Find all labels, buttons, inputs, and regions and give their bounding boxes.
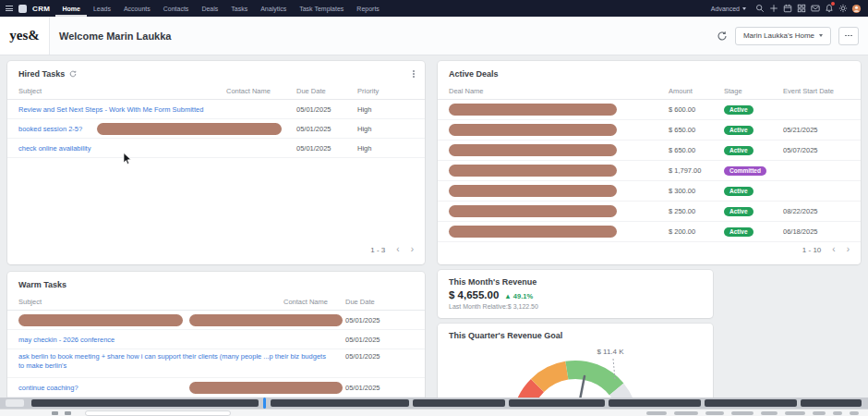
column-contact-name: Contact Name xyxy=(226,87,296,95)
task-subject-link[interactable]: ask berlin to book meeting + share how i… xyxy=(18,352,337,371)
table-row[interactable]: may checkin - 2026 conference 05/01/2025 xyxy=(7,330,425,349)
nav-item-deals[interactable]: Deals xyxy=(195,0,224,17)
timeline-thumbnail[interactable] xyxy=(801,399,862,407)
user-avatar[interactable] xyxy=(850,0,862,17)
toolbar-icon[interactable] xyxy=(65,411,71,415)
table-row[interactable]: $ 200.00 Active 06/18/2025 xyxy=(438,222,861,242)
add-icon[interactable] xyxy=(767,0,779,17)
table-row[interactable]: continue coaching? 05/01/2025 xyxy=(7,378,425,398)
card-title: This Quarter's Revenue Goal xyxy=(449,331,702,340)
due-date-cell: 05/01/2025 xyxy=(296,144,357,153)
nav-item-analytics[interactable]: Analytics xyxy=(254,0,293,17)
toolbar-item[interactable] xyxy=(761,411,778,415)
due-date-cell: 05/01/2025 xyxy=(345,336,414,344)
toolbar-item[interactable] xyxy=(785,411,805,415)
table-row[interactable]: 05/01/2025 xyxy=(7,311,425,330)
table-row[interactable]: $ 300.00 Active xyxy=(438,181,861,202)
redaction-blob xyxy=(449,185,617,197)
crm-logo-icon[interactable] xyxy=(18,5,27,13)
column-deal-name: Deal Name xyxy=(449,87,669,95)
column-due-date: Due Date xyxy=(296,87,357,95)
table-row[interactable]: $ 600.00 Active xyxy=(438,100,861,120)
table-row[interactable]: $ 1,797.00 Committed xyxy=(438,161,861,181)
toolbar-item[interactable] xyxy=(674,411,698,415)
playhead-handle[interactable] xyxy=(263,398,266,409)
kebab-menu-icon[interactable] xyxy=(413,70,415,78)
nav-item-home[interactable]: Home xyxy=(55,0,86,17)
page-header: yes& Welcome Marin Laukka Marin Laukka's… xyxy=(0,17,868,55)
timeline-thumbnail[interactable] xyxy=(31,399,259,407)
toolbar-item[interactable] xyxy=(850,411,859,415)
table-row[interactable]: $ 650.00 Active 05/07/2025 xyxy=(438,141,861,161)
task-subject-link[interactable]: check online availability xyxy=(18,144,98,153)
dashboard-selector[interactable]: Marin Laukka's Home xyxy=(735,27,831,45)
nav-item-tasks[interactable]: Tasks xyxy=(224,0,254,17)
chevron-left-icon[interactable]: ‹ xyxy=(396,245,399,254)
task-subject-link[interactable]: Review and Set Next Steps - Work With Me… xyxy=(18,105,211,114)
calendar-icon[interactable] xyxy=(781,0,793,17)
table-row[interactable]: booked session 2-5? 05/01/2025 High xyxy=(7,119,425,139)
nav-item-accounts[interactable]: Accounts xyxy=(117,0,157,17)
priority-cell: High xyxy=(357,105,414,114)
task-subject-link[interactable]: booked session 2-5? xyxy=(18,125,90,133)
amount-cell: $ 600.00 xyxy=(669,105,724,114)
column-priority: Priority xyxy=(357,87,414,95)
nav-item-reports[interactable]: Reports xyxy=(350,0,386,17)
timeline-thumbnail[interactable] xyxy=(271,399,409,407)
column-stage: Stage xyxy=(724,87,783,95)
advanced-dropdown[interactable]: Advanced xyxy=(711,6,746,12)
table-row[interactable]: $ 250.00 Active 08/22/2025 xyxy=(438,202,861,222)
settings-icon[interactable] xyxy=(837,0,849,17)
column-subject: Subject xyxy=(18,298,283,306)
timeline-thumbnail[interactable] xyxy=(509,399,605,407)
chevron-down-icon xyxy=(742,7,746,10)
timeline-thumbnail[interactable] xyxy=(413,399,505,407)
sync-icon[interactable] xyxy=(69,70,77,78)
event-date-cell: 05/07/2025 xyxy=(783,146,850,154)
gauge-marker-label: $ 11.4 K xyxy=(597,348,624,356)
table-row[interactable]: Review and Set Next Steps - Work With Me… xyxy=(7,100,425,119)
toolbar-item[interactable] xyxy=(731,411,753,415)
timeline-thumbnail[interactable] xyxy=(705,399,797,407)
toolbar-item[interactable] xyxy=(646,411,667,415)
chevron-left-icon[interactable]: ‹ xyxy=(832,245,835,254)
due-date-cell: 05/01/2025 xyxy=(296,125,357,133)
more-icon[interactable] xyxy=(838,27,859,45)
chevron-right-icon[interactable]: › xyxy=(411,245,414,254)
apps-grid-icon[interactable] xyxy=(795,0,807,17)
toolbar-item[interactable] xyxy=(705,411,724,415)
chevron-down-icon xyxy=(819,34,823,37)
toolbar-item[interactable] xyxy=(813,411,826,415)
card-title: Hired Tasks xyxy=(18,69,65,79)
bell-icon[interactable] xyxy=(823,0,835,17)
table-row[interactable]: ask berlin to book meeting + share how i… xyxy=(7,349,425,378)
chevron-right-icon[interactable]: › xyxy=(847,245,850,254)
redaction-blob xyxy=(449,226,617,238)
table-row[interactable]: $ 650.00 Active 05/21/2025 xyxy=(438,120,861,141)
timeline-thumbnail[interactable] xyxy=(609,399,701,407)
task-subject-link[interactable]: may checkin - 2026 conference xyxy=(18,336,122,344)
mail-icon[interactable] xyxy=(809,0,821,17)
nav-item-leads[interactable]: Leads xyxy=(87,0,117,17)
table-row[interactable]: check online availability 05/01/2025 Hig… xyxy=(7,139,425,158)
search-icon[interactable] xyxy=(753,0,766,17)
task-subject-link[interactable]: continue coaching? xyxy=(18,384,86,392)
stage-badge: Active xyxy=(724,187,753,196)
table-header: Deal Name Amount Stage Event Start Date xyxy=(438,83,861,100)
bottom-toolbar xyxy=(0,409,868,416)
advanced-label: Advanced xyxy=(711,6,740,12)
stage-badge: Active xyxy=(724,146,753,155)
refresh-icon[interactable] xyxy=(717,31,728,42)
table-header: Subject Contact Name Due Date Priority xyxy=(7,83,425,100)
nav-item-contacts[interactable]: Contacts xyxy=(157,0,196,17)
timeline-scrubber[interactable] xyxy=(0,398,868,409)
redaction-blob xyxy=(189,314,343,326)
toolbar-icon[interactable] xyxy=(52,411,58,415)
page-range: 1 - 10 xyxy=(802,246,821,254)
redaction-blob xyxy=(449,124,617,136)
toolbar-item[interactable] xyxy=(833,411,842,415)
menu-icon[interactable] xyxy=(6,6,13,11)
page-title: Welcome Marin Laukka xyxy=(59,31,171,42)
nav-item-task-templates[interactable]: Task Templates xyxy=(293,0,350,17)
smart-chat-input[interactable] xyxy=(85,410,231,416)
